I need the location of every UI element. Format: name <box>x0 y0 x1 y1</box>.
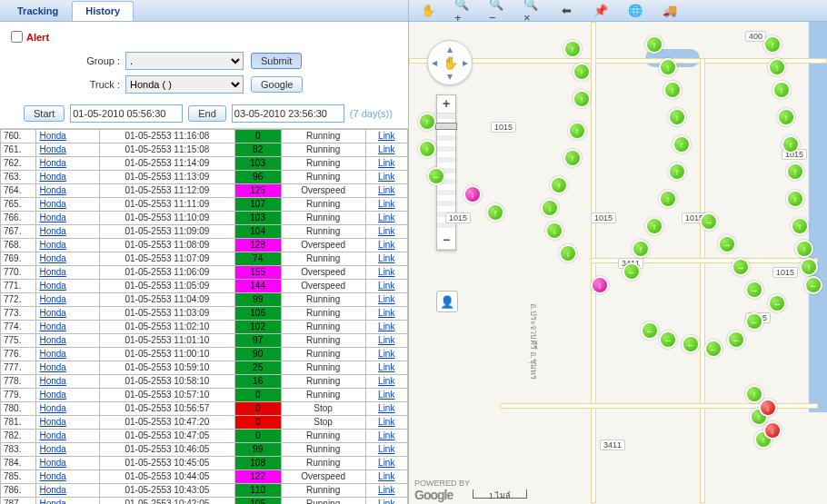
row-truck[interactable]: Honda <box>36 498 100 505</box>
map-marker[interactable]: ↑ <box>777 108 795 126</box>
map-marker[interactable]: ↑ <box>800 258 818 276</box>
row-truck[interactable]: Honda <box>36 321 100 334</box>
start-date-input[interactable] <box>70 104 183 123</box>
globe-tool[interactable]: 🌐 <box>627 3 643 19</box>
end-date-input[interactable] <box>232 104 344 123</box>
row-truck[interactable]: Honda <box>36 334 100 348</box>
row-link[interactable]: Link <box>365 212 407 225</box>
map-marker[interactable]: ↓ <box>759 399 777 417</box>
map-marker[interactable]: ← <box>659 331 677 349</box>
row-truck[interactable]: Honda <box>36 348 100 361</box>
map-marker[interactable]: ↓ <box>545 222 563 240</box>
map-marker[interactable]: ↓ <box>763 421 782 440</box>
row-link[interactable]: Link <box>365 443 407 457</box>
start-button[interactable]: Start <box>24 105 65 122</box>
row-truck[interactable]: Honda <box>36 280 100 293</box>
zoom-out-tool[interactable]: 🔍− <box>489 3 505 19</box>
map-marker[interactable]: ↑ <box>782 135 800 153</box>
row-link[interactable]: Link <box>365 239 407 252</box>
map-marker[interactable]: ← <box>768 294 786 312</box>
row-link[interactable]: Link <box>365 416 407 430</box>
map-marker[interactable]: ↑ <box>795 240 813 258</box>
row-link[interactable]: Link <box>365 334 407 348</box>
map-marker[interactable]: ↑ <box>768 58 786 76</box>
map-marker[interactable]: → <box>745 281 763 299</box>
map-marker[interactable]: ← <box>745 312 763 331</box>
history-table-wrap[interactable]: 760.Honda01-05-2553 11:16:080RunningLink… <box>0 128 408 504</box>
row-link[interactable]: Link <box>365 457 407 470</box>
row-truck[interactable]: Honda <box>36 416 100 430</box>
map-marker[interactable]: ↑ <box>763 35 782 54</box>
map-marker[interactable]: ↑ <box>573 63 591 81</box>
truck-select[interactable]: Honda ( ) <box>125 75 244 94</box>
pan-east[interactable]: ▸ <box>463 56 468 69</box>
row-link[interactable]: Link <box>365 321 407 334</box>
group-select[interactable]: . <box>125 52 244 70</box>
map-marker[interactable]: ↑ <box>563 40 582 58</box>
row-link[interactable]: Link <box>365 470 407 484</box>
map-marker[interactable]: ← <box>427 167 445 185</box>
row-link[interactable]: Link <box>365 361 407 375</box>
row-link[interactable]: Link <box>365 498 407 505</box>
map-marker[interactable]: ↓ <box>463 185 482 203</box>
google-button[interactable]: Google <box>251 76 303 93</box>
zoom-out[interactable]: − <box>437 232 455 250</box>
map-marker[interactable]: ↑ <box>772 81 791 99</box>
map-marker[interactable]: ↑ <box>550 176 568 194</box>
row-link[interactable]: Link <box>365 402 407 416</box>
row-link[interactable]: Link <box>365 157 407 171</box>
row-truck[interactable]: Honda <box>36 430 100 443</box>
map-marker[interactable]: → <box>732 258 750 276</box>
row-truck[interactable]: Honda <box>36 443 100 457</box>
map-marker[interactable]: ← <box>682 335 700 353</box>
map-marker[interactable]: ↑ <box>786 163 804 181</box>
pan-west[interactable]: ◂ <box>432 56 437 69</box>
row-truck[interactable]: Honda <box>36 143 100 157</box>
map-marker[interactable]: ↑ <box>791 217 809 235</box>
row-truck[interactable]: Honda <box>36 198 100 212</box>
pan-north[interactable]: ▴ <box>447 43 453 55</box>
row-truck[interactable]: Honda <box>36 293 100 307</box>
row-truck[interactable]: Honda <box>36 389 100 402</box>
map-marker[interactable]: ↑ <box>659 58 677 76</box>
back-tool[interactable]: ⬅ <box>558 3 574 19</box>
map-marker[interactable]: ↓ <box>591 276 609 294</box>
row-link[interactable]: Link <box>365 348 407 361</box>
row-truck[interactable]: Honda <box>36 470 100 484</box>
pan-center[interactable]: ✋ <box>443 55 458 70</box>
map-marker[interactable]: ↑ <box>673 135 691 153</box>
row-truck[interactable]: Honda <box>36 157 100 171</box>
row-link[interactable]: Link <box>365 484 407 498</box>
row-truck[interactable]: Honda <box>36 184 100 198</box>
row-truck[interactable]: Honda <box>36 307 100 321</box>
row-link[interactable]: Link <box>365 130 407 143</box>
map-marker[interactable]: ↑ <box>663 81 682 99</box>
row-link[interactable]: Link <box>365 307 407 321</box>
map-canvas[interactable]: ▴ ▾ ◂ ▸ ✋ + − 👤 POWERED BY Google 1 ไมล์… <box>409 22 827 504</box>
zoom-in[interactable]: + <box>437 95 455 114</box>
map-marker[interactable]: ↑ <box>573 90 591 108</box>
tab-tracking[interactable]: Tracking <box>4 1 72 20</box>
row-truck[interactable]: Honda <box>36 402 100 416</box>
row-link[interactable]: Link <box>365 430 407 443</box>
row-link[interactable]: Link <box>365 252 407 266</box>
row-link[interactable]: Link <box>365 280 407 293</box>
pan-tool[interactable]: ✋ <box>420 3 436 19</box>
row-link[interactable]: Link <box>365 375 407 389</box>
submit-button[interactable]: Submit <box>251 53 302 69</box>
map-marker[interactable]: ↑ <box>418 113 436 131</box>
alert-checkbox[interactable] <box>11 31 23 43</box>
zoom-reset-tool[interactable]: 🔍× <box>523 3 540 19</box>
map-marker[interactable]: ↑ <box>786 190 804 208</box>
map-marker[interactable]: ↑ <box>568 122 586 140</box>
row-truck[interactable]: Honda <box>36 361 100 375</box>
map-marker[interactable]: ↑ <box>486 203 504 222</box>
map-marker[interactable]: ↑ <box>668 163 686 181</box>
map-marker[interactable]: ↑ <box>632 240 650 258</box>
row-link[interactable]: Link <box>365 171 407 184</box>
pin-tool[interactable]: 📌 <box>593 3 609 19</box>
map-marker[interactable]: → <box>700 212 718 231</box>
map-marker[interactable]: ↑ <box>659 190 677 208</box>
map-marker[interactable]: ↑ <box>418 140 436 158</box>
row-link[interactable]: Link <box>365 293 407 307</box>
